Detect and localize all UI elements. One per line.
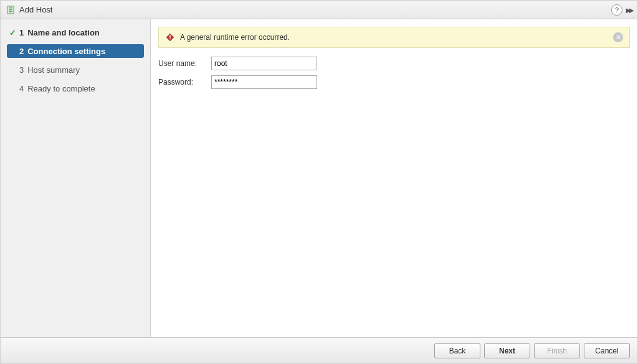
step-number: 2 — [19, 47, 24, 56]
error-text: A general runtime error occurred. — [180, 33, 613, 42]
back-button[interactable]: Back — [434, 343, 480, 358]
password-input[interactable] — [211, 75, 317, 89]
main-panel: A general runtime error occurred. ✕ User… — [151, 19, 637, 337]
form-row-password: Password: — [158, 75, 630, 89]
finish-button: Finish — [534, 343, 580, 358]
step-label: Connection settings — [27, 47, 105, 56]
wizard-step-ready-complete: 4 Ready to complete — [7, 82, 144, 95]
host-icon — [6, 5, 16, 15]
step-number: 3 — [19, 65, 24, 75]
svg-rect-6 — [169, 39, 171, 40]
wizard-sidebar: ✓ 1 Name and location 2 Connection setti… — [1, 19, 151, 337]
expand-icon[interactable]: ▸▸ — [626, 5, 632, 15]
step-label: Host summary — [27, 65, 80, 75]
next-button[interactable]: Next — [484, 343, 530, 358]
content-area: ✓ 1 Name and location 2 Connection setti… — [1, 19, 637, 337]
form-row-username: User name: — [158, 57, 630, 70]
cancel-button[interactable]: Cancel — [584, 343, 630, 358]
dialog-title: Add Host — [19, 5, 611, 14]
wizard-step-host-summary: 3 Host summary — [7, 63, 144, 77]
password-label: Password: — [158, 78, 211, 86]
error-icon — [165, 32, 175, 42]
step-number: 1 — [19, 28, 24, 37]
svg-rect-1 — [9, 7, 12, 9]
svg-rect-3 — [9, 11, 12, 12]
svg-rect-5 — [169, 35, 171, 38]
wizard-step-connection-settings[interactable]: 2 Connection settings — [7, 44, 144, 58]
svg-rect-2 — [9, 9, 12, 11]
username-input[interactable] — [211, 57, 317, 70]
username-label: User name: — [158, 59, 211, 68]
help-icon[interactable]: ? — [611, 4, 622, 16]
check-icon: ✓ — [9, 28, 19, 37]
close-icon[interactable]: ✕ — [613, 32, 623, 42]
error-alert: A general runtime error occurred. ✕ — [158, 27, 630, 48]
step-label: Name and location — [27, 28, 100, 37]
step-label: Ready to complete — [27, 84, 95, 93]
wizard-step-name-location[interactable]: ✓ 1 Name and location — [7, 26, 144, 39]
step-number: 4 — [19, 84, 24, 93]
footer-bar: Back Next Finish Cancel — [1, 337, 637, 363]
titlebar: Add Host ? ▸▸ — [1, 1, 637, 19]
